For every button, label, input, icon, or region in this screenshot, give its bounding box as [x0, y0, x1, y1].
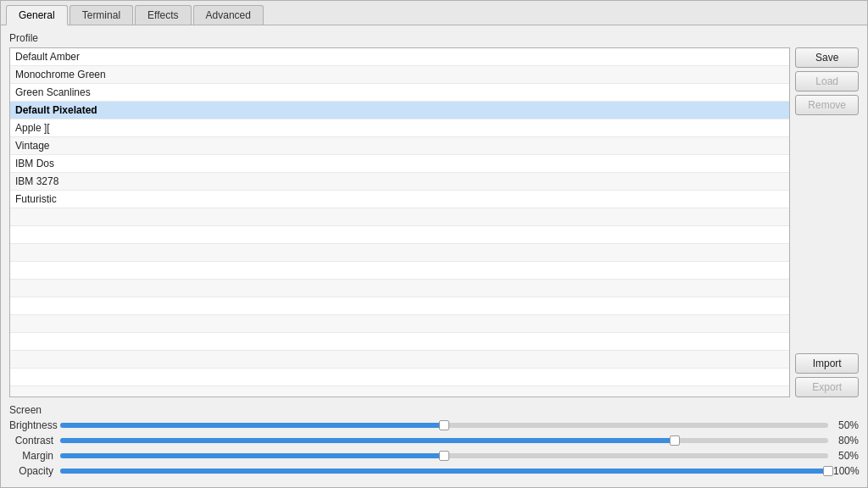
- profile-item[interactable]: Monochrome Green: [10, 66, 789, 84]
- export-button[interactable]: Export: [795, 377, 859, 397]
- slider-label-opacity: Opacity: [9, 465, 60, 477]
- profile-list: Default AmberMonochrome GreenGreen Scanl…: [10, 48, 789, 397]
- slider-value-contrast: 80%: [828, 435, 859, 446]
- slider-track-opacity: [60, 465, 828, 477]
- profile-item[interactable]: Futuristic: [10, 191, 789, 208]
- tab-effects[interactable]: Effects: [135, 5, 191, 25]
- profile-item-empty: [10, 280, 789, 297]
- profile-item[interactable]: Apple ][: [10, 119, 789, 137]
- slider-track-contrast: [60, 435, 828, 446]
- profile-item-empty: [10, 351, 789, 369]
- slider-value-margin: 50%: [828, 450, 859, 462]
- tab-general[interactable]: General: [6, 5, 68, 25]
- import-button[interactable]: Import: [795, 353, 859, 374]
- profile-item[interactable]: Vintage: [10, 137, 789, 155]
- screen-section-label: Screen: [9, 404, 859, 416]
- profile-item-empty: [10, 226, 789, 244]
- profile-item-empty: [10, 208, 789, 226]
- profile-item-empty: [10, 262, 789, 280]
- tab-advanced[interactable]: Advanced: [193, 5, 264, 25]
- profile-item[interactable]: IBM 3278: [10, 173, 789, 191]
- profile-item-empty: [10, 244, 789, 262]
- slider-label-margin: Margin: [9, 450, 60, 462]
- slider-track-margin: [60, 450, 828, 462]
- profile-item-empty: [10, 333, 789, 351]
- slider-value-brightness: 50%: [828, 419, 859, 431]
- app-window: General Terminal Effects Advanced Profil…: [0, 0, 868, 488]
- tab-content-general: Profile Default AmberMonochrome GreenGre…: [1, 25, 867, 487]
- tab-bar: General Terminal Effects Advanced: [1, 1, 867, 25]
- profile-item[interactable]: Green Scanlines: [10, 84, 789, 102]
- sliders-container: Brightness50%Contrast80%Margin50%Opacity…: [9, 419, 859, 477]
- profile-item[interactable]: IBM Dos: [10, 155, 789, 173]
- profile-buttons: Save Load Remove Import Export: [795, 47, 859, 397]
- screen-section: Screen Brightness50%Contrast80%Margin50%…: [9, 404, 859, 480]
- profile-section-label: Profile: [9, 32, 859, 44]
- slider-row-brightness: Brightness50%: [9, 419, 859, 431]
- profile-item[interactable]: Default Amber: [10, 48, 789, 66]
- profile-item[interactable]: Default Pixelated: [10, 102, 789, 119]
- profile-item-empty: [10, 315, 789, 333]
- load-button[interactable]: Load: [795, 71, 859, 92]
- profile-area: Default AmberMonochrome GreenGreen Scanl…: [9, 47, 859, 397]
- profile-item-empty: [10, 369, 789, 386]
- remove-button[interactable]: Remove: [795, 95, 859, 115]
- profile-list-container[interactable]: Default AmberMonochrome GreenGreen Scanl…: [9, 47, 790, 397]
- save-button[interactable]: Save: [795, 47, 859, 68]
- slider-row-contrast: Contrast80%: [9, 435, 859, 446]
- slider-row-opacity: Opacity100%: [9, 465, 859, 477]
- profile-item-empty: [10, 386, 789, 397]
- profile-item-empty: [10, 297, 789, 315]
- slider-track-brightness: [60, 419, 828, 431]
- slider-label-brightness: Brightness: [9, 419, 60, 431]
- tab-terminal[interactable]: Terminal: [70, 5, 133, 25]
- slider-row-margin: Margin50%: [9, 450, 859, 462]
- slider-label-contrast: Contrast: [9, 435, 60, 446]
